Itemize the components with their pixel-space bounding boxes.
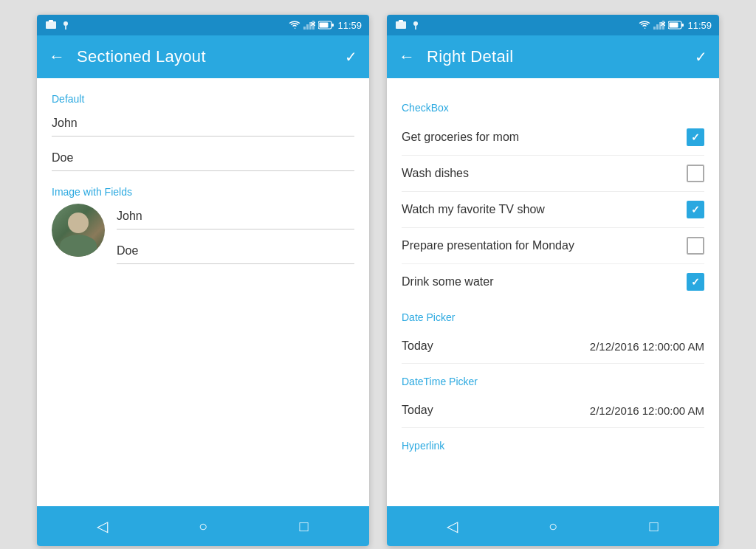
checkbox-row-5: Drink some water (402, 264, 704, 300)
bottom-nav-left: ◁ ○ □ (37, 506, 369, 546)
clipboard-icon (44, 20, 58, 30)
datetime-picker-section: DateTime Picker Today 2/12/2016 12:00:00… (402, 376, 704, 428)
checkbox-row-4: Prepare presentation for Monday (402, 228, 704, 264)
svg-rect-13 (396, 21, 406, 29)
battery-icon (318, 21, 334, 30)
svg-rect-12 (320, 23, 329, 28)
checkbox-2[interactable] (687, 165, 704, 182)
hyperlink-section: Hyperlink (402, 440, 704, 452)
checkbox-5[interactable] (687, 273, 704, 291)
default-section: Default (52, 93, 354, 171)
default-section-label: Default (52, 93, 354, 105)
pin-icon-right (410, 20, 421, 30)
checkbox-row-1: Get groceries for mom (402, 120, 704, 156)
date-picker-section: Date Picker Today 2/12/2016 12:00:00 AM (402, 311, 704, 364)
pin-icon (61, 20, 71, 30)
battery-icon-right (668, 21, 684, 30)
signal-icon-right (653, 21, 665, 30)
image-text-fields (117, 204, 354, 273)
signal-icon (303, 21, 315, 30)
nav-recent-left[interactable]: □ (289, 511, 319, 541)
avatar (52, 204, 105, 257)
datetime-picker-row-1[interactable]: Today 2/12/2016 12:00:00 AM (402, 393, 704, 428)
svg-rect-4 (303, 27, 306, 30)
datetime-picker-value-1: 2/12/2016 12:00:00 AM (590, 404, 704, 417)
svg-rect-5 (306, 24, 309, 30)
svg-rect-11 (331, 24, 334, 27)
status-time-left: 11:59 (337, 20, 362, 31)
first-name-field[interactable] (52, 111, 354, 137)
checkbox-section: CheckBox Get groceries for mom Wash dish… (402, 102, 704, 300)
img-first-name-field[interactable] (117, 204, 354, 229)
checkbox-row-2: Wash dishes (402, 156, 704, 192)
wifi-icon-right (639, 21, 650, 30)
svg-rect-0 (46, 21, 56, 29)
svg-rect-24 (681, 24, 684, 27)
svg-rect-17 (653, 27, 656, 30)
back-button-left[interactable]: ← (49, 49, 65, 65)
hyperlink-label[interactable]: Hyperlink (402, 440, 704, 452)
svg-rect-18 (656, 24, 659, 30)
datetime-picker-label: DateTime Picker (402, 376, 704, 387)
checkbox-label-3: Watch my favorite TV show (402, 203, 545, 216)
right-phone: 11:59 ← Right Detail ✓ CheckBox Get groc… (387, 15, 719, 546)
svg-rect-14 (399, 20, 403, 22)
svg-point-15 (413, 21, 418, 26)
date-picker-row-label-1: Today (402, 339, 433, 353)
date-picker-value-1: 2/12/2016 12:00:00 AM (590, 340, 704, 353)
left-content: Default Image with Fields (37, 78, 369, 506)
svg-point-2 (63, 21, 68, 26)
nav-back-right[interactable]: ◁ (437, 511, 467, 541)
checkbox-label-2: Wash dishes (402, 167, 469, 180)
wifi-icon (289, 21, 300, 30)
svg-rect-1 (49, 20, 53, 22)
last-name-field[interactable] (52, 145, 354, 171)
right-status-icons: 11:59 (289, 20, 362, 31)
image-fields-label: Image with Fields (52, 186, 354, 198)
svg-rect-25 (670, 23, 678, 28)
check-button-left[interactable]: ✓ (345, 48, 357, 66)
app-bar-left: ← Sectioned Layout ✓ (37, 35, 369, 78)
status-bar-left: 11:59 (37, 15, 369, 35)
clipboard-icon-right (394, 20, 408, 30)
right-status-icons-right: 11:59 (639, 20, 712, 31)
checkbox-row-3: Watch my favorite TV show (402, 192, 704, 228)
checkbox-label-1: Get groceries for mom (402, 131, 519, 144)
nav-home-right[interactable]: ○ (538, 511, 568, 541)
app-bar-right: ← Right Detail ✓ (387, 35, 719, 78)
bottom-nav-right: ◁ ○ □ (387, 506, 719, 546)
page-title-left: Sectioned Layout (77, 47, 345, 66)
checkbox-section-label: CheckBox (402, 102, 704, 114)
checkbox-4[interactable] (687, 237, 704, 255)
status-time-right: 11:59 (687, 20, 712, 31)
datetime-picker-row-label-1: Today (402, 404, 433, 417)
nav-home-left[interactable]: ○ (188, 511, 218, 541)
checkbox-label-4: Prepare presentation for Monday (402, 239, 574, 252)
left-status-icons-right (394, 20, 421, 30)
image-fields-section: Image with Fields (52, 186, 354, 273)
checkbox-label-5: Drink some water (402, 275, 493, 289)
right-content: CheckBox Get groceries for mom Wash dish… (387, 78, 719, 506)
checkbox-1[interactable] (687, 128, 704, 146)
page-title-right: Right Detail (427, 47, 695, 66)
img-last-name-field[interactable] (117, 238, 354, 264)
nav-recent-right[interactable]: □ (639, 511, 669, 541)
left-status-icons (44, 20, 71, 30)
status-bar-right: 11:59 (387, 15, 719, 35)
back-button-right[interactable]: ← (399, 49, 415, 65)
check-button-right[interactable]: ✓ (695, 48, 707, 66)
nav-back-left[interactable]: ◁ (87, 511, 117, 541)
date-picker-row-1[interactable]: Today 2/12/2016 12:00:00 AM (402, 329, 704, 364)
date-picker-label: Date Picker (402, 311, 704, 323)
image-fields-row (52, 204, 354, 273)
left-phone: 11:59 ← Sectioned Layout ✓ Default Image… (37, 15, 369, 546)
checkbox-3[interactable] (687, 201, 704, 218)
